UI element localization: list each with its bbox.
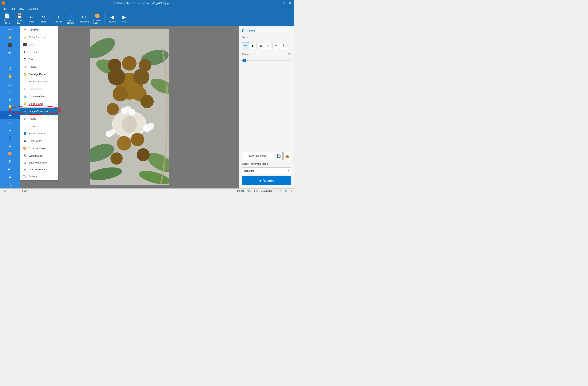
menu-edit[interactable]: Edit	[9, 7, 17, 11]
quick-remove-menu-label: Quick Remove	[29, 36, 45, 39]
toolbar-add-files[interactable]: 📄 AddFile(s)...	[1, 13, 13, 25]
sidebar-tool-rotate[interactable]: ↺	[0, 64, 20, 72]
sidebar-tool-load-watermark[interactable]: W	[0, 173, 20, 181]
menu-item-red-eye[interactable]: 👁 Red Eye	[20, 48, 58, 56]
menu-item-load-watermark[interactable]: W Load Watermark	[20, 166, 58, 173]
menu-item-colorize[interactable]: 🎨 Colorize photo	[20, 145, 58, 152]
sidebar-tool-resize[interactable]: ⤢	[0, 119, 20, 127]
sidebar-tool-scratch[interactable]: ⬚	[0, 80, 20, 88]
toolbar-reduce-blurring[interactable]: 👤 Reduceblurring	[65, 13, 76, 25]
toolbar-previous[interactable]: ◀ Previous	[106, 14, 118, 24]
clear-selection-button[interactable]: Clear Selection	[242, 152, 274, 160]
zoom-minus-btn[interactable]: —	[11, 189, 14, 192]
options-menu-label: Options	[29, 175, 37, 178]
menu-item-scratch[interactable]: ⬚ Scratch Remover	[20, 78, 58, 85]
menu-item-clone[interactable]: 💡 Clone Stamp	[20, 100, 58, 107]
menu-item-resize[interactable]: ⤢ Resize	[20, 115, 58, 122]
tool-lasso[interactable]: ⊙	[265, 42, 272, 49]
sidebar-tool-colorize[interactable]: 🎨	[0, 150, 20, 158]
menu-item-crop[interactable]: ⊡ Crop	[20, 56, 58, 63]
sidebar-tool-smudge[interactable]: ✋	[0, 72, 20, 80]
left-sidebar: ✏ ⚡ ⬛ 👁 ⊡ ↺ ✋ ⬚ ↩ 💧 💡 ⇌ ⤢ ✧ 👤 ⚙ 🎨 © W+ W…	[0, 26, 20, 188]
menu-item-retouching[interactable]: ⚙ Retouching	[20, 137, 58, 145]
minimize-button[interactable]: —	[276, 1, 280, 5]
toolbar-next[interactable]: ▶ Next	[118, 14, 130, 24]
sidebar-tool-clone[interactable]: 💡	[0, 103, 20, 111]
menu-item-denoise[interactable]: ✧ Denoise	[20, 122, 58, 130]
export-selection-button[interactable]: 📤	[283, 152, 291, 160]
statusbar-share-icon[interactable]: ↗	[279, 190, 281, 192]
colorize-menu-icon: 🎨	[23, 146, 27, 150]
menu-item-save-watermark[interactable]: W Save Watermark	[20, 159, 58, 166]
tool-brush[interactable]: ✏	[242, 42, 249, 49]
sidebar-tool-watermarks[interactable]: ©	[0, 157, 20, 165]
menu-item-concealer[interactable]: 💧 Concealer Brush	[20, 93, 58, 100]
sidebar-tool-crop[interactable]: ⊡	[0, 57, 20, 65]
sidebar-tool-concealer[interactable]: 💧	[0, 96, 20, 103]
svg-point-16	[122, 56, 137, 71]
statusbar-heart-icon[interactable]: ♡	[290, 190, 293, 192]
sidebar-tool-save-watermark[interactable]: W+	[0, 165, 20, 173]
redo-label: Redo	[41, 20, 46, 23]
crop-menu-icon: ⊡	[23, 58, 27, 61]
denoise-menu-label: Denoise	[29, 125, 38, 127]
tool-rect-select[interactable]: ▭	[257, 42, 264, 49]
statusbar: ⬚ ▭ — — ━━━━━ + 25% Time (s): 0.1 JPG 35…	[0, 188, 294, 193]
retouching-menu-label: Retouching	[29, 140, 41, 142]
sidebar-tool-remove[interactable]: ✏	[0, 26, 20, 34]
menu-view[interactable]: View	[17, 7, 26, 11]
sidebar-tool-reduce-blur[interactable]: 👤	[0, 134, 20, 142]
menu-item-image-correction[interactable]: ⇌ Image Correction	[20, 107, 58, 115]
svg-point-14	[108, 59, 121, 72]
menu-item-rotate[interactable]: ↺ Rotate	[20, 63, 58, 70]
menu-item-options[interactable]: 🔧 Options	[20, 173, 58, 180]
mode-select[interactable]: Inpainting Content Aware Fill Solid Colo…	[242, 167, 291, 174]
menu-item-watermarks[interactable]: © Watermarks	[20, 152, 58, 159]
toolbar-redo[interactable]: ↪ Redo	[38, 14, 49, 24]
remove-button[interactable]: ⇨ Remove	[242, 176, 291, 185]
menu-file[interactable]: File	[1, 7, 9, 11]
denoise-label: Denoise	[55, 20, 62, 23]
mode-select-wrapper: Inpainting Content Aware Fill Solid Colo…	[242, 167, 291, 174]
time-label: Time (s):	[235, 190, 245, 192]
watermarks-menu-label: Watermarks	[29, 154, 42, 157]
next-label: Next	[122, 20, 126, 23]
toolbar-retouching[interactable]: ⚙ Retouching	[77, 14, 91, 24]
radius-slider-thumb[interactable]	[243, 59, 246, 62]
toolbar-save-as[interactable]: 💾 Saveas...	[14, 13, 25, 25]
sidebar-tool-options[interactable]: 🔧	[0, 181, 20, 188]
menu-item-smudge[interactable]: ✋ Smudge Brush	[20, 70, 58, 78]
sidebar-tool-denoise[interactable]: ✧	[0, 127, 20, 134]
resize-menu-label: Resize	[29, 117, 36, 120]
format-value: JPG	[254, 190, 258, 192]
tool-pin[interactable]: 📍	[280, 42, 287, 49]
zoom-slider[interactable]: ━━━━━	[14, 190, 21, 192]
save-selection-button[interactable]: 💾	[275, 152, 283, 160]
tool-eraser[interactable]: ◧	[250, 42, 256, 49]
menu-item-remove[interactable]: ✏ Remove	[20, 26, 58, 34]
right-panel: Remove Tools ✏ ◧ ▭ ⊙ ✦ 📍 Radius 50 Clear…	[239, 26, 294, 188]
maximize-button[interactable]: □	[282, 1, 286, 5]
svg-point-29	[117, 136, 131, 151]
menu-item-reduce-blur[interactable]: 👤 Reduce blurring	[20, 130, 58, 137]
toolbar-colorize[interactable]: 🎨 Colorizephoto	[92, 13, 103, 25]
svg-point-26	[110, 129, 116, 135]
sidebar-tool-undo-brush[interactable]: ↩	[0, 88, 20, 96]
toolbar-denoise[interactable]: ✦ Denoise	[53, 14, 64, 24]
statusbar-info-icon[interactable]: ℹ	[275, 190, 276, 192]
menu-item-quick-remove[interactable]: ⚡ Quick Remove	[20, 34, 58, 41]
sidebar-tool-retouching[interactable]: ⚙	[0, 142, 20, 150]
retouching-icon: ⚙	[82, 15, 86, 20]
menu-selection[interactable]: Selection	[26, 7, 40, 11]
sidebar-tool-red-eye[interactable]: 👁	[0, 49, 20, 57]
close-button[interactable]: ✕	[288, 1, 293, 5]
tool-magic-wand[interactable]: ✦	[273, 42, 279, 49]
sidebar-tool-image-correction[interactable]: ⇌	[0, 111, 20, 119]
sidebar-tool-stop[interactable]: ⬛	[0, 41, 20, 49]
zoom-plus-btn[interactable]: +	[22, 189, 23, 192]
statusbar-twitter-icon[interactable]: 🐦	[284, 190, 287, 192]
redo-icon: ↪	[42, 15, 46, 20]
sidebar-tool-quick-remove[interactable]: ⚡	[0, 34, 20, 41]
undo-icon: ↩	[30, 15, 34, 20]
toolbar-undo[interactable]: ↩ Undo	[26, 14, 37, 24]
